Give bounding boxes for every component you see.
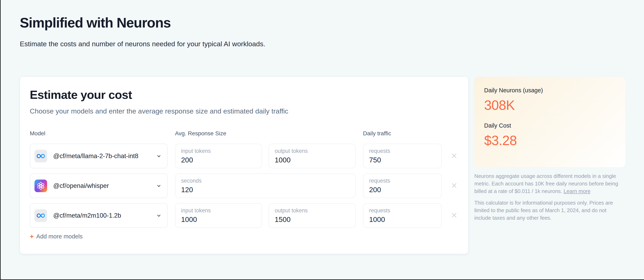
input-tokens-field[interactable]: input tokens 200 xyxy=(175,144,262,168)
remove-row-button[interactable] xyxy=(450,151,458,161)
page-subtitle: Estimate the costs and number of neurons… xyxy=(20,40,265,48)
input-label: requests xyxy=(369,178,436,184)
meta-icon xyxy=(34,209,47,222)
daily-neurons-label: Daily Neurons (usage) xyxy=(484,87,616,94)
card-subtitle: Choose your models and enter the average… xyxy=(30,107,458,115)
chevron-down-icon xyxy=(156,213,162,219)
close-icon xyxy=(451,152,458,160)
openai-icon xyxy=(34,180,47,192)
input-value[interactable]: 750 xyxy=(369,156,436,164)
input-label: output tokens xyxy=(275,148,350,154)
close-icon xyxy=(451,212,458,219)
model-select[interactable]: @cf/openai/whisper xyxy=(30,173,168,198)
model-name: @cf/meta/llama-2-7b-chat-int8 xyxy=(53,152,138,160)
cost-estimator-card: Estimate your cost Choose your models an… xyxy=(20,77,468,254)
input-value[interactable]: 1000 xyxy=(369,215,436,224)
input-tokens-field[interactable]: input tokens 1000 xyxy=(175,203,262,228)
input-label: output tokens xyxy=(275,208,350,214)
chevron-down-icon xyxy=(156,153,162,159)
output-tokens-field[interactable]: output tokens 1500 xyxy=(268,203,356,228)
daily-cost-value: $3.28 xyxy=(484,133,616,148)
learn-more-link[interactable]: Learn more xyxy=(564,188,590,194)
page-title: Simplified with Neurons xyxy=(20,15,171,30)
meta-icon xyxy=(34,150,47,162)
seconds-field[interactable]: seconds 120 xyxy=(175,173,356,198)
column-header-daily-traffic: Daily traffic xyxy=(363,130,442,137)
model-name: @cf/meta/m2m100-1.2b xyxy=(53,212,121,219)
window-left-edge xyxy=(0,0,0,280)
input-value[interactable]: 1500 xyxy=(275,215,350,224)
add-more-models-label: Add more models xyxy=(36,233,82,240)
add-more-models-button[interactable]: + Add more models xyxy=(30,233,82,240)
model-rows: @cf/meta/llama-2-7b-chat-int8 input toke… xyxy=(30,144,458,225)
chevron-down-icon xyxy=(156,183,162,189)
input-value[interactable]: 200 xyxy=(181,156,256,164)
neurons-note: Neurons aggregate usage across different… xyxy=(474,172,622,195)
requests-field[interactable]: requests 750 xyxy=(363,144,442,168)
input-value[interactable]: 1000 xyxy=(275,156,350,164)
input-label: requests xyxy=(369,208,436,214)
input-label: input tokens xyxy=(181,208,256,214)
output-tokens-field[interactable]: output tokens 1000 xyxy=(268,144,356,168)
input-value[interactable]: 1000 xyxy=(181,215,256,224)
input-value[interactable]: 200 xyxy=(369,186,436,194)
input-value[interactable]: 120 xyxy=(181,186,350,194)
remove-row-button[interactable] xyxy=(450,181,458,190)
model-select[interactable]: @cf/meta/llama-2-7b-chat-int8 xyxy=(30,144,168,168)
neurons-note-text: Neurons aggregate usage across different… xyxy=(474,173,618,194)
card-title: Estimate your cost xyxy=(30,88,458,101)
input-label: input tokens xyxy=(181,148,256,154)
model-select[interactable]: @cf/meta/m2m100-1.2b xyxy=(30,203,168,228)
close-icon xyxy=(451,182,458,190)
input-label: requests xyxy=(369,148,436,154)
column-header-model: Model xyxy=(30,130,168,137)
daily-cost-label: Daily Cost xyxy=(484,122,616,129)
requests-field[interactable]: requests 1000 xyxy=(363,203,442,228)
remove-row-button[interactable] xyxy=(450,211,458,220)
calculator-disclaimer: This calculator is for informational pur… xyxy=(474,199,622,222)
model-row: @cf/openai/whisper seconds 120 requests … xyxy=(30,173,458,195)
column-headers: Model Avg. Response Size Daily traffic xyxy=(30,130,458,137)
daily-neurons-value: 308K xyxy=(484,97,616,113)
column-header-response-size: Avg. Response Size xyxy=(175,130,356,137)
model-name: @cf/openai/whisper xyxy=(53,182,109,190)
plus-icon: + xyxy=(30,233,34,240)
input-label: seconds xyxy=(181,178,350,184)
model-row: @cf/meta/llama-2-7b-chat-int8 input toke… xyxy=(30,144,458,166)
disclaimer-notes: Neurons aggregate usage across different… xyxy=(474,172,622,222)
requests-field[interactable]: requests 200 xyxy=(363,173,442,198)
model-row: @cf/meta/m2m100-1.2b input tokens 1000 o… xyxy=(30,203,458,225)
daily-summary-card: Daily Neurons (usage) 308K Daily Cost $3… xyxy=(474,77,625,167)
